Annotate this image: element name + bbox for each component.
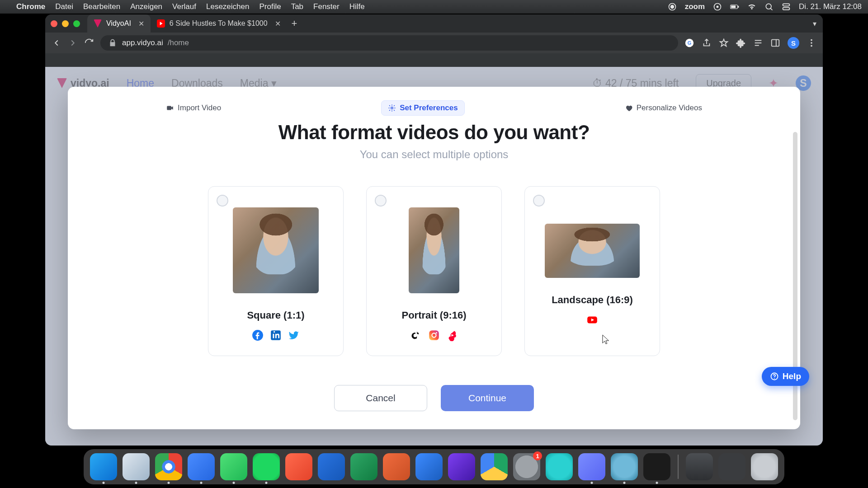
tab-youtube[interactable]: 6 Side Hustles To Make $1000 ✕ (151, 14, 287, 33)
dock-audio[interactable] (643, 453, 670, 480)
modal-subtitle: You can select multiple options (86, 148, 782, 161)
gear-icon (388, 104, 396, 112)
back-icon[interactable] (52, 38, 61, 48)
dock-mission[interactable] (718, 453, 745, 480)
step-import[interactable]: Import Video (160, 100, 227, 116)
menu-verlauf[interactable]: Verlauf (172, 2, 196, 11)
menu-profile[interactable]: Profile (259, 2, 281, 11)
url-host: app.vidyo.ai (122, 38, 163, 47)
dock-spotify[interactable] (253, 453, 280, 480)
readlist-icon[interactable] (753, 38, 763, 48)
menu-anzeigen[interactable]: Anzeigen (130, 2, 162, 11)
checkbox-landscape[interactable] (533, 195, 545, 206)
control-center-icon[interactable] (782, 2, 791, 11)
modal-actions: Cancel Continue (86, 385, 782, 411)
menu-bearbeiten[interactable]: Bearbeiten (83, 2, 120, 11)
menu-tab[interactable]: Tab (291, 2, 303, 11)
extensions-icon[interactable] (736, 38, 746, 48)
tab-vidyoai[interactable]: VidyoAI ✕ (87, 14, 151, 33)
step-personalize[interactable]: Personalize Videos (618, 100, 708, 116)
format-cards: Square (1:1) Portrait (9:16) (86, 186, 782, 356)
menu-datei[interactable]: Datei (55, 2, 73, 11)
modal-title: What format videos do you want? (86, 121, 782, 144)
vidyo-favicon (94, 19, 102, 28)
browser-toolbar: app.vidyo.ai/home G S (45, 33, 823, 53)
tab-title: VidyoAI (106, 19, 131, 28)
dock-todoist[interactable] (285, 453, 312, 480)
card-label: Portrait (9:16) (401, 310, 466, 321)
dock-whatsapp[interactable] (220, 453, 247, 480)
svg-rect-6 (738, 6, 739, 8)
card-square[interactable]: Square (1:1) (208, 186, 344, 356)
socials-square (252, 329, 300, 341)
menubar-app-name[interactable]: Chrome (16, 2, 45, 11)
card-landscape[interactable]: Landscape (16:9) (524, 186, 660, 356)
search-icon[interactable] (764, 2, 774, 11)
dock-siri[interactable] (546, 453, 573, 480)
share-icon[interactable] (702, 38, 712, 48)
svg-point-3 (717, 6, 718, 7)
dock-word[interactable] (415, 453, 443, 480)
step-preferences[interactable]: Set Preferences (381, 100, 465, 116)
page-content: vidyo.ai Home Downloads Media ▾ ⏱ 42 / 7… (45, 67, 823, 446)
menu-hilfe[interactable]: Hilfe (349, 2, 365, 11)
dock-settings[interactable]: 1 (513, 453, 540, 480)
checkbox-portrait[interactable] (375, 195, 387, 206)
svg-rect-5 (731, 5, 736, 8)
battery-icon[interactable] (730, 2, 739, 11)
zoom-status[interactable]: zoom (685, 2, 705, 11)
dock-trash[interactable] (751, 453, 778, 480)
card-portrait[interactable]: Portrait (9:16) (366, 186, 502, 356)
dock-quicktime[interactable] (611, 453, 638, 480)
stepper: Import Video Set Preferences Personalize… (86, 100, 782, 116)
heart-icon (625, 104, 633, 112)
new-tab-button[interactable]: + (292, 18, 297, 29)
record-icon[interactable] (668, 2, 677, 11)
dock-chrome[interactable] (155, 453, 182, 480)
twitter-icon (288, 329, 300, 341)
tab-strip: VidyoAI ✕ 6 Side Hustles To Make $1000 ✕… (45, 14, 823, 33)
url-path: /home (168, 38, 189, 47)
wifi-icon[interactable] (747, 2, 756, 11)
menu-fenster[interactable]: Fenster (313, 2, 340, 11)
menu-lesezeichen[interactable]: Lesezeichen (206, 2, 249, 11)
dock-discord[interactable] (578, 453, 605, 480)
help-button[interactable]: Help (762, 367, 809, 386)
dock-excel[interactable] (350, 453, 377, 480)
address-bar[interactable]: app.vidyo.ai/home (100, 35, 678, 51)
macos-menubar: Chrome Datei Bearbeiten Anzeigen Verlauf… (0, 0, 868, 14)
screenrec-icon[interactable] (713, 2, 722, 11)
dock-safari[interactable] (123, 453, 150, 480)
profile-avatar[interactable]: S (788, 37, 799, 49)
dock-finder[interactable] (90, 453, 117, 480)
menubar-datetime[interactable]: Di. 21. März 12:08 (799, 2, 862, 11)
dock-powerpoint[interactable] (383, 453, 410, 480)
continue-button[interactable]: Continue (441, 385, 534, 411)
close-tab-icon[interactable]: ✕ (275, 19, 281, 28)
thumb-square (233, 207, 319, 293)
kebab-icon[interactable] (807, 38, 816, 48)
window-controls[interactable] (51, 20, 80, 27)
format-modal: Import Video Set Preferences Personalize… (68, 87, 800, 429)
cancel-button[interactable]: Cancel (334, 385, 427, 411)
reload-icon[interactable] (84, 38, 94, 48)
dock-trello[interactable] (318, 453, 345, 480)
bookmark-icon[interactable] (719, 38, 729, 48)
dock-imovie[interactable] (448, 453, 475, 480)
tiktok-icon (410, 329, 422, 341)
dock-zoom[interactable] (188, 453, 215, 480)
dock-drive[interactable] (481, 453, 508, 480)
checkbox-square[interactable] (217, 195, 228, 206)
gprofile-icon[interactable]: G (684, 38, 694, 48)
sidepanel-icon[interactable] (770, 38, 780, 48)
forward-icon[interactable] (68, 38, 78, 48)
macos-dock: 1 (84, 449, 784, 484)
close-tab-icon[interactable]: ✕ (138, 19, 144, 28)
svg-rect-9 (783, 8, 790, 10)
tabs-overflow-icon[interactable]: ▾ (813, 19, 816, 28)
youtube-icon (586, 314, 598, 326)
dock-calculator[interactable] (686, 453, 713, 480)
browser-window: VidyoAI ✕ 6 Side Hustles To Make $1000 ✕… (45, 14, 823, 446)
svg-rect-16 (167, 106, 171, 110)
facebook-icon (252, 329, 264, 341)
